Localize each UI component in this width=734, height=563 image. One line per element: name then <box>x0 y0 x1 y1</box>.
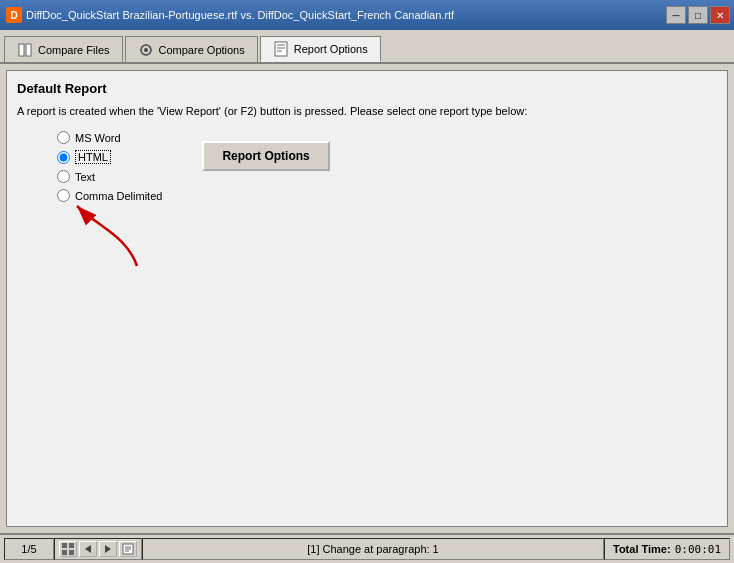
window-title: DiffDoc_QuickStart Brazilian-Portuguese.… <box>26 9 454 21</box>
tab-compare-files-label: Compare Files <box>38 44 110 56</box>
annotation-area <box>17 206 717 286</box>
maximize-button[interactable]: □ <box>688 6 708 24</box>
report-options-btn-container: Report Options <box>202 131 329 171</box>
svg-rect-1 <box>26 44 31 56</box>
status-page: 1/5 <box>4 538 54 560</box>
svg-rect-11 <box>62 550 67 555</box>
report-options-button[interactable]: Report Options <box>202 141 329 171</box>
main-area: Default Report A report is created when … <box>0 64 734 533</box>
radio-ms-word-label: MS Word <box>75 132 121 144</box>
content-panel: Default Report A report is created when … <box>6 70 728 527</box>
options-layout: MS Word HTML Text Comma Delimited Report… <box>17 131 717 202</box>
title-bar: D DiffDoc_QuickStart Brazilian-Portugues… <box>0 0 734 30</box>
tab-report-options-label: Report Options <box>294 43 368 55</box>
svg-rect-12 <box>69 550 74 555</box>
radio-text[interactable]: Text <box>57 170 162 183</box>
radio-ms-word[interactable]: MS Word <box>57 131 162 144</box>
status-icons <box>54 538 142 560</box>
svg-marker-13 <box>85 545 91 553</box>
tab-compare-options-label: Compare Options <box>159 44 245 56</box>
status-total-label: Total Time: 0:00:01 <box>604 538 730 560</box>
status-icon-next[interactable] <box>99 541 117 557</box>
status-icon-doc[interactable] <box>119 541 137 557</box>
svg-rect-0 <box>19 44 24 56</box>
tab-report-options[interactable]: Report Options <box>260 36 381 62</box>
svg-point-3 <box>144 48 148 52</box>
radio-text-label: Text <box>75 171 95 183</box>
svg-rect-10 <box>69 543 74 548</box>
radio-html[interactable]: HTML <box>57 150 162 164</box>
radio-text-input[interactable] <box>57 170 70 183</box>
compare-options-icon <box>138 42 154 58</box>
tabs-bar: Compare Files Compare Options Report Opt… <box>0 30 734 64</box>
section-title: Default Report <box>17 81 717 96</box>
red-arrow-annotation <box>67 196 187 276</box>
section-description: A report is created when the 'View Repor… <box>17 104 717 119</box>
total-time-value: 0:00:01 <box>675 543 721 556</box>
status-icon-prev[interactable] <box>79 541 97 557</box>
report-options-icon <box>273 41 289 57</box>
status-change: [1] Change at paragraph: 1 <box>142 538 604 560</box>
radio-html-input[interactable] <box>57 151 70 164</box>
compare-files-icon <box>17 42 33 58</box>
radio-options: MS Word HTML Text Comma Delimited <box>57 131 162 202</box>
status-bar: 1/5 [1] Change at paragraph: 1 Total Tim… <box>0 533 734 563</box>
radio-ms-word-input[interactable] <box>57 131 70 144</box>
app-icon: D <box>6 7 22 23</box>
tab-compare-files[interactable]: Compare Files <box>4 36 123 62</box>
svg-rect-4 <box>275 42 287 56</box>
title-buttons: ─ □ ✕ <box>666 6 730 24</box>
tab-compare-options[interactable]: Compare Options <box>125 36 258 62</box>
close-button[interactable]: ✕ <box>710 6 730 24</box>
radio-html-label: HTML <box>75 150 111 164</box>
status-icon-grid[interactable] <box>59 541 77 557</box>
svg-rect-9 <box>62 543 67 548</box>
total-time-label: Total Time: <box>613 543 671 555</box>
minimize-button[interactable]: ─ <box>666 6 686 24</box>
svg-marker-14 <box>105 545 111 553</box>
